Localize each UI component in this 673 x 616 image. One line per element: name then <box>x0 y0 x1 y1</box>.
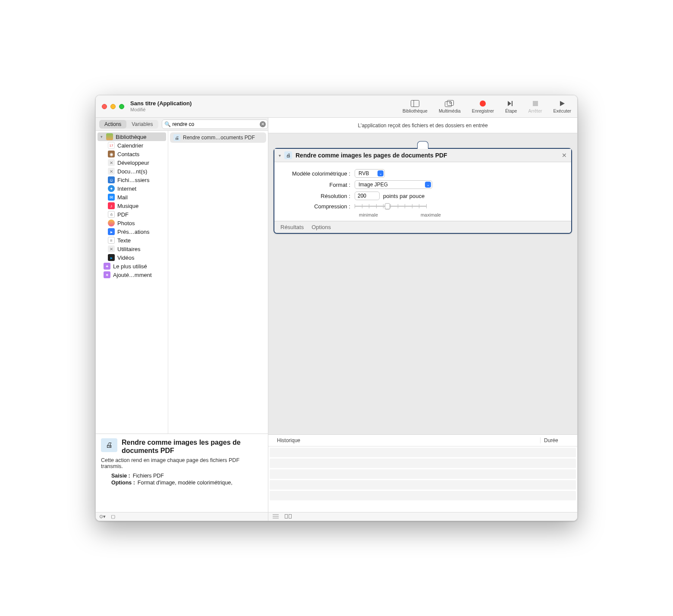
compression-min-label: minimale <box>359 212 378 217</box>
svg-marker-5 <box>508 101 511 106</box>
log-row-empty <box>270 491 576 500</box>
record-icon <box>478 100 487 107</box>
info-input-value: Fichiers PDF <box>133 473 164 479</box>
toolbar-library-label: Bibliothèque <box>403 108 428 113</box>
svg-rect-13 <box>289 515 292 519</box>
window-title-block: Sans titre (Application) Modifié <box>130 101 192 113</box>
action-results-list[interactable]: 🖨 Rendre comm…ocuments PDF <box>168 131 268 434</box>
toolbar-library-button[interactable]: Bibliothèque <box>403 100 428 113</box>
tab-actions[interactable]: Actions <box>99 120 126 129</box>
info-pane-icon: 🖨 <box>101 438 117 452</box>
format-value: Image JPEG <box>359 182 388 188</box>
library-item-text[interactable]: ≡Texte <box>96 236 168 245</box>
library-header[interactable]: ▾ Bibliothèque <box>97 132 166 141</box>
finder-icon: ☺ <box>108 176 115 183</box>
library-item-contacts[interactable]: ◉Contacts <box>96 150 168 158</box>
action-card-body: Modèle colorimétrique : RVB ⌄ Format : I… <box>274 162 571 221</box>
clear-search-button[interactable]: ✕ <box>260 121 266 127</box>
library-item-internet[interactable]: ✦Internet <box>96 184 168 193</box>
info-pane-title: Rendre comme images les pages de documen… <box>122 438 263 455</box>
action-card-close-button[interactable]: ✕ <box>562 152 567 159</box>
left-status-bar: ⊙▾ ▢ <box>96 512 268 521</box>
left-panel: Actions Variables 🔍 ✕ ▾ Bibliothèque <box>96 118 268 521</box>
format-label: Format : <box>281 182 355 188</box>
library-item-documents[interactable]: ✕Docu…nt(s) <box>96 167 168 176</box>
action-card-title: Rendre comme images les pages de documen… <box>296 152 558 159</box>
toolbar-record-button[interactable]: Enregistrer <box>472 100 494 113</box>
library-item-utilities[interactable]: ✕Utilitaires <box>96 245 168 253</box>
text-icon: ≡ <box>108 237 115 244</box>
format-select[interactable]: Image JPEG ⌄ <box>355 180 432 189</box>
calendar-icon: 17 <box>108 142 115 149</box>
minimize-window-button[interactable] <box>110 104 116 109</box>
keynote-icon: ▸ <box>108 228 115 235</box>
window-subtitle: Modifié <box>130 107 192 113</box>
library-item-mail[interactable]: ✉Mail <box>96 193 168 201</box>
action-card-render-pdf[interactable]: ▾ 🖨 Rendre comme images les pages de doc… <box>274 148 572 234</box>
log-pane: Historique Durée <box>268 434 577 512</box>
toolbar: Bibliothèque Multimédia Enregistrer Étap… <box>403 100 571 113</box>
pdf-action-icon: 🖨 <box>173 134 180 141</box>
connector-tab <box>417 141 428 149</box>
stop-icon <box>531 100 540 107</box>
log-header: Historique Durée <box>268 435 577 446</box>
left-subbar: Actions Variables 🔍 ✕ <box>96 118 268 131</box>
workflow-canvas[interactable]: ▾ 🖨 Rendre comme images les pages de doc… <box>268 133 577 434</box>
main-body: Actions Variables 🔍 ✕ ▾ Bibliothèque <box>96 118 577 521</box>
library-item-calendar[interactable]: 17Calendrier <box>96 141 168 150</box>
svg-point-4 <box>450 102 451 104</box>
log-row-empty <box>270 448 576 457</box>
library-tree[interactable]: ▾ Bibliothèque 17Calendrier ◉Contacts ✕D… <box>96 131 168 434</box>
view-columns-button[interactable] <box>285 513 292 520</box>
pdf-icon: ⎙ <box>108 211 115 218</box>
smart-folder-icon: ✦ <box>104 263 110 270</box>
library-item-developer[interactable]: ✕Développeur <box>96 158 168 167</box>
status-menu-button[interactable]: ⊙▾ <box>99 514 106 519</box>
card-options-button[interactable]: Options <box>311 224 331 230</box>
library-item-photos[interactable]: Photos <box>96 219 168 227</box>
log-col-duration[interactable]: Durée <box>540 437 577 443</box>
titlebar: Sans titre (Application) Modifié Bibliot… <box>96 95 577 118</box>
select-chevron-icon: ⌄ <box>425 182 431 188</box>
library-item-pdf[interactable]: ⎙PDF <box>96 210 168 219</box>
view-list-button[interactable] <box>273 513 279 520</box>
library-item-music[interactable]: ♪Musique <box>96 201 168 210</box>
toolbar-record-label: Enregistrer <box>472 108 494 113</box>
toolbar-run-button[interactable]: Exécuter <box>553 100 571 113</box>
color-model-select[interactable]: RVB ⌄ <box>355 169 385 178</box>
toolbar-multimedia-button[interactable]: Multimédia <box>439 100 461 113</box>
library-item-presentations[interactable]: ▸Prés…ations <box>96 227 168 236</box>
log-row-empty <box>270 459 576 468</box>
toolbar-stop-button: Arrêter <box>528 100 542 113</box>
traffic-lights <box>102 104 124 109</box>
info-options-value: Format d'image, modèle colorimétrique, <box>138 480 233 486</box>
library-smart-most-used[interactable]: ✦Le plus utilisé <box>96 262 168 270</box>
library-header-label: Bibliothèque <box>116 134 147 140</box>
action-result-render-pdf-pages[interactable]: 🖨 Rendre comm…ocuments PDF <box>170 132 266 143</box>
library-item-files[interactable]: ☺Fichi…ssiers <box>96 176 168 184</box>
smart-folder-icon: ✦ <box>104 271 110 278</box>
zoom-window-button[interactable] <box>119 104 124 109</box>
svg-rect-2 <box>445 101 452 107</box>
right-status-bar <box>268 512 577 521</box>
disclosure-triangle-icon[interactable]: ▾ <box>279 153 281 158</box>
developer-icon: ✕ <box>108 159 115 166</box>
log-rows <box>268 446 577 512</box>
library-item-videos[interactable]: ▸Vidéos <box>96 253 168 262</box>
tab-variables[interactable]: Variables <box>126 120 158 129</box>
close-window-button[interactable] <box>102 104 107 109</box>
search-input[interactable] <box>162 119 268 129</box>
toolbar-step-button[interactable]: Étape <box>505 100 517 113</box>
action-result-label: Rendre comm…ocuments PDF <box>183 135 255 141</box>
app-window: Sans titre (Application) Modifié Bibliot… <box>95 95 578 521</box>
compression-slider[interactable] <box>355 203 426 210</box>
disclosure-triangle-icon[interactable]: ▾ <box>99 135 104 139</box>
library-smart-recently-added[interactable]: ✦Ajouté…mment <box>96 270 168 279</box>
action-card-header[interactable]: ▾ 🖨 Rendre comme images les pages de doc… <box>274 149 571 162</box>
card-results-button[interactable]: Résultats <box>280 224 304 230</box>
toolbar-stop-label: Arrêter <box>528 108 542 113</box>
log-col-history[interactable]: Historique <box>268 437 540 443</box>
slider-thumb[interactable] <box>385 203 390 209</box>
resolution-input[interactable] <box>355 192 380 200</box>
status-toggle-button[interactable]: ▢ <box>111 514 115 519</box>
